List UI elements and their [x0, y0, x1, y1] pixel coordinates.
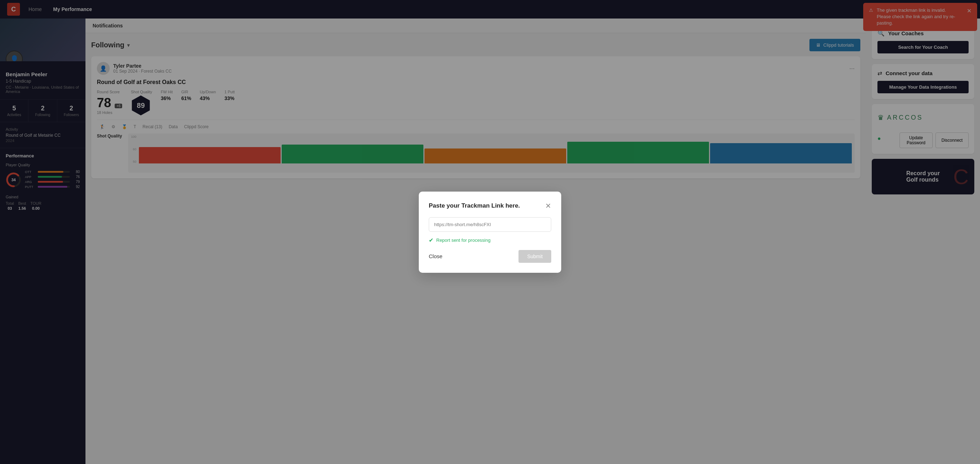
- trackman-link-input[interactable]: [429, 217, 551, 232]
- modal-success-msg: ✔ Report sent for processing: [429, 237, 551, 243]
- modal-close-btn[interactable]: Close: [429, 253, 442, 259]
- modal-close-x-btn[interactable]: ✕: [545, 202, 551, 210]
- success-check-icon: ✔: [429, 237, 433, 243]
- modal-overlay[interactable]: Paste your Trackman Link here. ✕ ✔ Repor…: [0, 0, 980, 464]
- success-text: Report sent for processing: [436, 238, 490, 243]
- modal-title: Paste your Trackman Link here.: [429, 202, 520, 210]
- trackman-modal: Paste your Trackman Link here. ✕ ✔ Repor…: [419, 192, 561, 273]
- modal-header: Paste your Trackman Link here. ✕: [429, 202, 551, 210]
- modal-submit-btn[interactable]: Submit: [519, 250, 551, 263]
- modal-footer: Close Submit: [429, 250, 551, 263]
